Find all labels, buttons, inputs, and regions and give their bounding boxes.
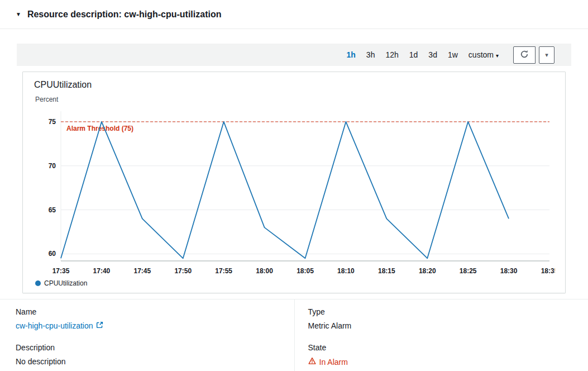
- refresh-options-button[interactable]: ▾: [539, 46, 554, 64]
- series-line: [61, 122, 509, 258]
- x-tick-label: 18:35: [541, 267, 555, 275]
- alarm-warning-icon: [308, 357, 316, 367]
- legend-label: CPUUtilization: [44, 279, 87, 287]
- range-1h[interactable]: 1h: [347, 50, 356, 59]
- x-tick-label: 18:15: [378, 267, 395, 275]
- name-field: Name cw-high-cpu-utilization: [16, 307, 279, 330]
- range-custom[interactable]: custom▾: [469, 50, 499, 59]
- range-3d[interactable]: 3d: [428, 50, 437, 59]
- collapse-triangle-icon[interactable]: ▼: [16, 12, 21, 17]
- y-tick-label: 60: [49, 250, 56, 258]
- alarm-panel: 1h 3h 12h 1d 3d 1w custom▾ ▾ CPUU: [17, 44, 571, 293]
- state-badge: In Alarm: [308, 357, 348, 367]
- type-field: Type Metric Alarm: [308, 307, 573, 330]
- time-range-selector: 1h 3h 12h 1d 3d 1w custom▾: [347, 50, 499, 59]
- description-field: Description No description: [16, 343, 279, 366]
- external-link-icon: [96, 321, 103, 330]
- refresh-button[interactable]: [513, 46, 536, 64]
- chevron-down-icon: ▾: [496, 53, 499, 59]
- chart-legend: CPUUtilization: [35, 279, 555, 287]
- x-tick-label: 18:20: [419, 267, 436, 275]
- x-tick-label: 17:35: [52, 267, 70, 275]
- resource-description-header[interactable]: ▼ Resource description: cw-high-cpu-util…: [0, 0, 588, 29]
- description-label: Description: [16, 343, 279, 352]
- name-label: Name: [16, 307, 279, 316]
- type-value: Metric Alarm: [308, 321, 573, 330]
- chevron-down-icon: ▾: [545, 51, 548, 59]
- x-tick-label: 17:40: [93, 267, 111, 275]
- chart-toolbar: 1h 3h 12h 1d 3d 1w custom▾ ▾: [17, 44, 571, 66]
- alarm-details: Name cw-high-cpu-utilization Description…: [0, 299, 588, 371]
- x-tick-label: 17:50: [174, 267, 192, 275]
- range-1d[interactable]: 1d: [409, 50, 418, 59]
- cpu-utilization-chart-card: CPUUtilization Percent 6065707517:3517:4…: [22, 72, 566, 293]
- state-field: State In Alarm: [308, 343, 573, 367]
- x-tick-label: 18:05: [297, 267, 314, 275]
- range-12h[interactable]: 12h: [385, 50, 398, 59]
- y-tick-label: 65: [49, 206, 56, 214]
- page-title: Resource description: cw-high-cpu-utiliz…: [27, 9, 222, 20]
- custom-label: custom: [469, 50, 494, 59]
- legend-dot: [35, 280, 41, 286]
- type-label: Type: [308, 307, 573, 316]
- y-tick-label: 70: [49, 162, 56, 170]
- description-value: No description: [16, 357, 279, 366]
- details-left-column: Name cw-high-cpu-utilization Description…: [0, 299, 294, 371]
- alarm-name-link[interactable]: cw-high-cpu-utilization: [16, 321, 103, 330]
- refresh-button-group: ▾: [513, 46, 554, 64]
- x-tick-label: 17:45: [133, 267, 151, 275]
- resource-description-panel: ▼ Resource description: cw-high-cpu-util…: [0, 0, 588, 371]
- chart-title: CPUUtilization: [34, 80, 555, 90]
- cpu-utilization-chart: 6065707517:3517:4017:4517:5017:5518:0018…: [33, 104, 555, 277]
- state-label: State: [308, 343, 573, 352]
- alarm-name-link-text: cw-high-cpu-utilization: [16, 321, 93, 330]
- refresh-icon: [520, 50, 529, 60]
- x-tick-label: 18:10: [337, 267, 355, 275]
- range-3h[interactable]: 3h: [366, 50, 375, 59]
- details-right-column: Type Metric Alarm State In Alarm: [294, 299, 588, 371]
- x-tick-label: 18:00: [256, 267, 273, 275]
- x-tick-label: 17:55: [215, 267, 232, 275]
- x-tick-label: 18:25: [460, 267, 477, 275]
- range-1w[interactable]: 1w: [448, 50, 458, 59]
- x-tick-label: 18:30: [500, 267, 518, 275]
- state-value: In Alarm: [319, 358, 348, 367]
- y-axis-unit-label: Percent: [35, 96, 555, 103]
- y-tick-label: 75: [49, 118, 56, 126]
